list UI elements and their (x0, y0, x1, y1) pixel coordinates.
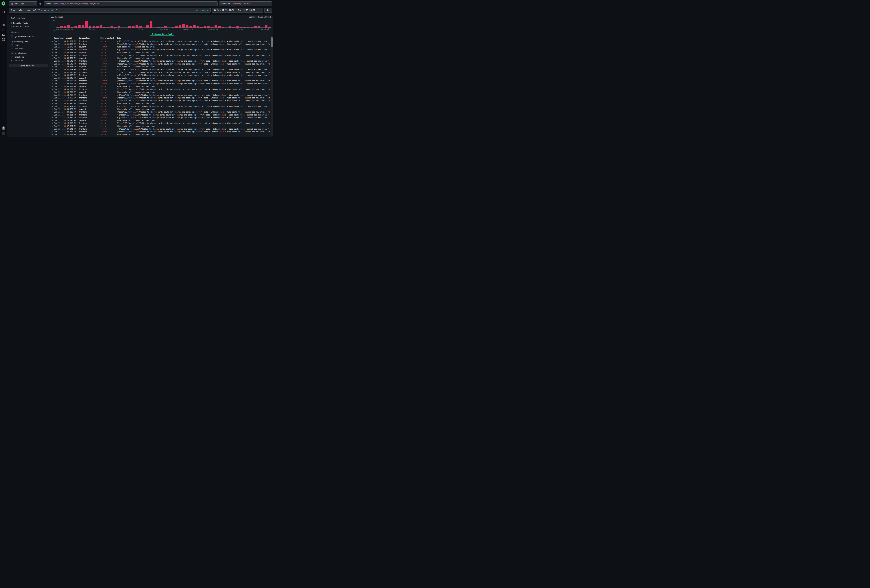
row-expand-chevron[interactable] (51, 89, 54, 90)
log-row[interactable]: Jun 11 1:56:08.956 PMfrontenderror× {"co… (51, 74, 273, 77)
denoise-checkbox[interactable] (11, 36, 13, 38)
search-input[interactable]: SeverityText:error AND "Visa cache full" (11, 9, 194, 11)
histogram-bar[interactable] (78, 25, 80, 27)
filter-option-checkout[interactable]: checkout (11, 56, 48, 58)
log-row[interactable]: Jun 11 1:55:39.330 PMfrontenderror{"code… (51, 111, 273, 113)
histogram-bar[interactable] (60, 26, 63, 28)
denoise-results-option[interactable]: Denoise Results (11, 36, 48, 38)
app-logo[interactable] (1, 1, 5, 6)
histogram-bar[interactable] (204, 26, 206, 28)
log-row[interactable]: Jun 11 1:56:03.254 PMfrontenderror× {"co… (51, 82, 273, 85)
histogram-bar[interactable] (258, 26, 260, 28)
histogram-bar[interactable] (150, 21, 152, 28)
column-header-timestamp[interactable]: Timestamp (Local) (54, 37, 77, 39)
row-expand-chevron[interactable] (51, 97, 54, 99)
log-row[interactable]: Jun 11 1:56:08.955 PMfrontenderror{"code… (51, 79, 273, 82)
histogram-bar[interactable] (171, 27, 174, 27)
row-expand-chevron[interactable] (51, 111, 54, 113)
histogram-bar[interactable] (74, 26, 77, 28)
log-row[interactable]: Jun 11 1:56:51.980 PMfrontenderror{"code… (51, 43, 273, 45)
row-expand-chevron[interactable] (51, 80, 54, 82)
histogram-bar[interactable] (236, 26, 238, 28)
histogram-bar[interactable] (157, 27, 159, 27)
histogram-bar[interactable] (229, 26, 231, 28)
row-expand-chevron[interactable] (51, 109, 54, 110)
histogram-bar[interactable] (207, 26, 210, 28)
row-expand-chevron[interactable] (51, 91, 54, 93)
histogram-bar[interactable] (92, 26, 95, 28)
histogram-bar[interactable] (57, 27, 59, 27)
log-row[interactable]: Jun 11 1:56:32.843 PMpaymenterrorVisa ca… (51, 65, 273, 68)
histogram-bar[interactable] (139, 26, 142, 28)
log-row[interactable]: Jun 11 1:55:39.331 PMfrontenderror× {"co… (51, 113, 273, 116)
filter-option-info[interactable]: info (11, 44, 48, 46)
histogram-bar[interactable] (186, 25, 188, 27)
filter-group-title[interactable]: ServiceName (11, 52, 48, 54)
histogram-bar[interactable] (67, 25, 70, 27)
row-expand-chevron[interactable] (51, 77, 54, 79)
log-row[interactable]: Jun 11 1:55:51.448 PMpaymenterrorVisa ca… (51, 102, 273, 105)
histogram-bar[interactable] (82, 25, 84, 27)
histogram-bar[interactable] (218, 26, 220, 28)
gear-icon[interactable]: ⚙ (39, 3, 42, 5)
histogram-bar[interactable] (197, 26, 199, 28)
row-expand-chevron[interactable] (51, 131, 54, 132)
column-header-body[interactable]: Body (117, 37, 270, 39)
histogram-bar[interactable] (96, 26, 98, 28)
row-expand-chevron[interactable] (51, 94, 54, 96)
log-row[interactable]: Jun 11 1:55:59.767 PMfrontenderror× {"co… (51, 94, 273, 96)
row-expand-chevron[interactable] (51, 106, 54, 107)
histogram-plot[interactable] (56, 20, 271, 28)
histogram-bar[interactable] (103, 27, 106, 27)
mode-results-table[interactable]: Results Table (11, 21, 48, 25)
row-expand-chevron[interactable] (51, 122, 54, 124)
order-by-input[interactable]: ORDER BY TimestampTime DESC (219, 1, 272, 6)
log-row[interactable]: Jun 11 1:56:03.252 PMfrontenderror{"code… (51, 88, 273, 91)
more-filters-button[interactable]: More filters (9, 64, 48, 67)
log-row[interactable]: Jun 11 1:55:59.760 PMpaymenterrorVisa ca… (51, 91, 273, 94)
histogram-bar[interactable] (179, 25, 181, 27)
row-expand-chevron[interactable] (51, 52, 54, 54)
row-expand-chevron[interactable] (51, 49, 54, 51)
histogram-bar[interactable] (107, 27, 109, 27)
row-expand-chevron[interactable] (51, 86, 54, 87)
histogram-bar[interactable] (240, 27, 242, 27)
histogram-bar[interactable] (128, 26, 131, 28)
row-expand-chevron[interactable] (51, 128, 54, 130)
row-expand-chevron[interactable] (51, 125, 54, 127)
histogram-bar[interactable] (136, 25, 138, 27)
search-logs-icon[interactable] (2, 24, 5, 27)
row-expand-chevron[interactable] (51, 66, 54, 67)
log-row[interactable]: Jun 11 1:55:16.296 PMpaymenterrorVisa ca… (51, 119, 273, 122)
row-expand-chevron[interactable] (51, 100, 54, 101)
log-row[interactable]: Jun 11 1:55:51.454 PMfrontenderror× {"co… (51, 105, 273, 108)
histogram-bar[interactable] (193, 25, 195, 27)
log-row[interactable]: Jun 11 1:56:08.948 PMpaymenterrorVisa ca… (51, 77, 273, 79)
source-select[interactable]: Demo Logs (9, 1, 37, 6)
column-resize-handle[interactable]: ⋮ (115, 37, 117, 39)
histogram-bar[interactable] (146, 25, 149, 27)
row-expand-chevron[interactable] (51, 71, 54, 73)
filter-checkbox[interactable] (11, 45, 13, 46)
histogram-bar[interactable] (114, 27, 116, 27)
column-header-servicename[interactable]: ServiceName (79, 37, 100, 39)
row-expand-chevron[interactable] (51, 46, 54, 48)
log-row[interactable]: Jun 11 1:55:07.827 PMpaymenterrorVisa ca… (51, 125, 273, 128)
histogram-bar[interactable] (64, 26, 66, 28)
row-expand-chevron[interactable] (51, 120, 54, 121)
log-row[interactable]: Jun 11 1:56:51.982 PMfrontenderror× {"co… (51, 40, 273, 43)
time-range-picker[interactable]: Jun 11 13:41:52 - Jun 11 13:56:52 (212, 7, 263, 13)
filter-group-title[interactable]: SeverityText (11, 40, 48, 43)
log-row[interactable]: Jun 11 1:56:32.849 PMfrontenderror× {"co… (51, 68, 273, 71)
sidebar-toggle-icon[interactable] (2, 10, 5, 13)
row-expand-chevron[interactable] (51, 55, 54, 56)
row-expand-chevron[interactable] (51, 103, 54, 104)
log-row[interactable]: Jun 11 1:54:52.241 PMpaymenterrorVisa ca… (51, 133, 273, 136)
log-row[interactable]: Jun 11 1:56:51.975 PMpaymenterrorVisa ca… (51, 46, 273, 48)
histogram-bar[interactable] (161, 27, 163, 27)
log-row[interactable]: Jun 11 1:56:43.001 PMfrontenderror× {"co… (51, 48, 273, 51)
histogram-bar[interactable] (182, 24, 185, 27)
histogram-bar[interactable] (268, 27, 271, 27)
histogram-bar[interactable] (254, 26, 256, 28)
row-expand-chevron[interactable] (51, 134, 54, 135)
